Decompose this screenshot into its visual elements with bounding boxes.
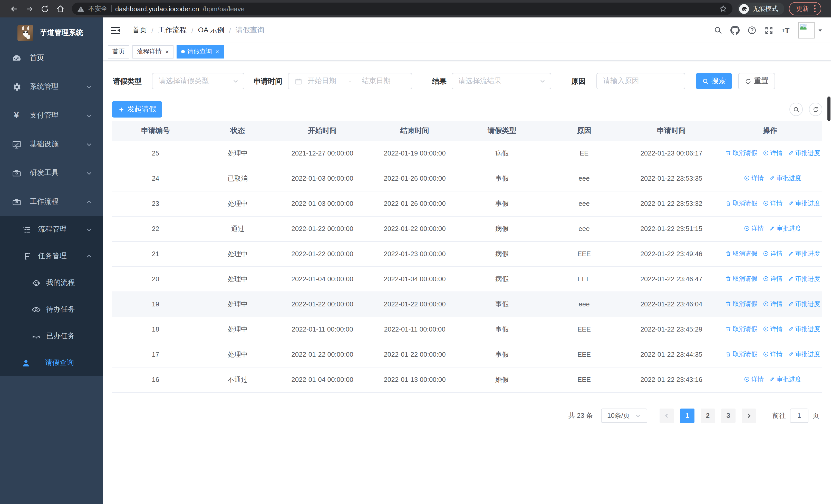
sidebar-item-todo-tasks[interactable]: 待办任务: [0, 296, 103, 323]
approval-progress-link[interactable]: 审批进度: [769, 174, 801, 183]
approval-progress-link[interactable]: 审批进度: [769, 224, 801, 233]
page-size-select[interactable]: 10条/页: [601, 408, 647, 423]
sidebar-item-label: 工作流程: [30, 197, 86, 206]
scrollbar-thumb[interactable]: [827, 96, 830, 121]
browser-reload-button[interactable]: [37, 2, 52, 16]
close-icon[interactable]: ×: [165, 49, 169, 55]
approval-progress-link[interactable]: 审批进度: [787, 149, 820, 157]
page-button-2[interactable]: 2: [700, 408, 715, 423]
next-page-button[interactable]: [742, 408, 756, 423]
sidebar-item-payment[interactable]: ¥ 支付管理: [0, 101, 103, 130]
approval-progress-link[interactable]: 审批进度: [769, 375, 801, 384]
reset-button[interactable]: 重置: [738, 73, 775, 89]
approval-progress-link[interactable]: 审批进度: [787, 249, 820, 258]
detail-link[interactable]: 详情: [763, 325, 782, 334]
table-row: 22通过2022-01-22 00:00:002022-01-22 00:00:…: [112, 216, 822, 241]
reason-input[interactable]: 请输入原因: [596, 73, 685, 89]
show-search-toggle-button[interactable]: [790, 102, 803, 116]
bookmark-star-icon[interactable]: [719, 5, 727, 13]
column-header-end-time: 结束时间: [369, 121, 461, 141]
breadcrumb-item[interactable]: 工作流程: [158, 26, 187, 35]
leave-type-select[interactable]: 请选择请假类型: [152, 73, 244, 89]
cancel-leave-link[interactable]: 取消请假: [725, 199, 757, 208]
url-host: dashboard.yudao.iocoder.cn: [115, 5, 199, 12]
avatar-caret-down-icon[interactable]: [818, 28, 823, 33]
tab-home[interactable]: 首页: [108, 45, 130, 58]
approval-progress-link[interactable]: 审批进度: [787, 325, 820, 334]
browser-back-button[interactable]: [6, 2, 22, 16]
browser-menu-kebab-icon[interactable]: [813, 5, 816, 13]
end-date-placeholder: 结束日期: [356, 77, 391, 86]
detail-link[interactable]: 详情: [763, 274, 782, 283]
table-header-row: 申请编号 状态 开始时间 结束时间 请假类型 原因 申请时间 操作: [112, 121, 822, 141]
sidebar-item-process-management[interactable]: 流程管理: [0, 216, 103, 243]
apply-time-range-picker[interactable]: 开始日期 - 结束日期: [288, 73, 412, 89]
tab-process-detail[interactable]: 流程详情 ×: [133, 45, 173, 58]
browser-home-button[interactable]: [52, 2, 68, 16]
sidebar-item-task-management[interactable]: 任务管理: [0, 243, 103, 269]
page-button-3[interactable]: 3: [721, 408, 736, 423]
approval-progress-link[interactable]: 审批进度: [787, 199, 820, 208]
sidebar-item-label: 待办任务: [46, 305, 103, 314]
sidebar-item-infrastructure[interactable]: 基础设施: [0, 130, 103, 158]
approval-progress-link[interactable]: 审批进度: [787, 274, 820, 283]
cancel-leave-link[interactable]: 取消请假: [725, 249, 757, 258]
refresh-table-button[interactable]: [809, 102, 822, 116]
user-avatar[interactable]: [798, 22, 814, 38]
sidebar-item-dev-tools[interactable]: 研发工具: [0, 158, 103, 187]
cell-leave-type: 婚假: [461, 367, 543, 392]
github-link[interactable]: [726, 23, 743, 37]
create-leave-button[interactable]: 发起请假: [112, 101, 162, 118]
yen-icon: ¥: [10, 109, 23, 122]
detail-link[interactable]: 详情: [763, 350, 782, 359]
close-icon[interactable]: ×: [216, 49, 219, 55]
sidebar-item-my-process[interactable]: 我的流程: [0, 269, 103, 296]
page-button-1[interactable]: 1: [680, 408, 694, 423]
fullscreen-button[interactable]: [760, 23, 777, 37]
result-select[interactable]: 请选择流结果: [452, 73, 551, 89]
cancel-leave-link[interactable]: 取消请假: [725, 274, 757, 283]
sidebar-item-leave-query[interactable]: 请假查询: [0, 350, 103, 376]
sidebar-item-done-tasks[interactable]: 已办任务: [0, 323, 103, 350]
app-logo[interactable]: 芋道管理系统: [0, 18, 103, 43]
approval-progress-link[interactable]: 审批进度: [787, 350, 820, 359]
tab-label: 首页: [112, 47, 125, 56]
cell-apply-id: 22: [112, 216, 199, 241]
detail-link[interactable]: 详情: [744, 375, 764, 384]
cell-start-time: 2022-01-22 00:00:00: [276, 216, 369, 241]
address-bar[interactable]: 不安全 dashboard.yudao.iocoder.cn/bpm/oa/le…: [72, 3, 733, 15]
cancel-leave-link[interactable]: 取消请假: [725, 300, 757, 308]
detail-link[interactable]: 详情: [763, 149, 782, 157]
detail-link[interactable]: 详情: [763, 300, 782, 308]
table-row: 21处理中2022-01-22 00:00:002022-01-23 00:00…: [112, 241, 822, 266]
browser-update-button[interactable]: 更新: [789, 2, 821, 16]
breadcrumb-item[interactable]: 首页: [133, 26, 147, 35]
sidebar-item-workflow[interactable]: 工作流程: [0, 187, 103, 216]
approval-progress-link[interactable]: 审批进度: [787, 300, 820, 308]
font-size-button[interactable]: TT: [777, 23, 794, 37]
browser-forward-button[interactable]: [22, 2, 37, 16]
tab-leave-query[interactable]: 请假查询 ×: [177, 45, 224, 58]
detail-link[interactable]: 详情: [763, 249, 782, 258]
detail-link[interactable]: 详情: [744, 224, 764, 233]
sidebar-collapse-button[interactable]: [107, 25, 124, 35]
header-search-button[interactable]: [709, 23, 726, 37]
cancel-leave-link[interactable]: 取消请假: [725, 350, 757, 359]
cell-start-time: 2022-01-03 00:00:00: [276, 166, 369, 191]
detail-link[interactable]: 详情: [744, 174, 764, 183]
cell-apply-time: 2022-01-23 00:06:17: [625, 141, 718, 166]
sidebar-item-home[interactable]: 首页: [0, 43, 103, 72]
help-button[interactable]: [743, 23, 760, 37]
chevron-down-icon: [232, 78, 239, 84]
cancel-leave-link[interactable]: 取消请假: [725, 325, 757, 334]
cell-apply-time: 2022-01-22 23:45:29: [625, 317, 718, 342]
detail-link[interactable]: 详情: [763, 199, 782, 208]
breadcrumb-item[interactable]: OA 示例: [198, 26, 225, 35]
prev-page-button[interactable]: [660, 408, 674, 423]
cancel-leave-link[interactable]: 取消请假: [725, 149, 757, 157]
cell-end-time: 2022-01-13 00:00:00: [369, 367, 461, 392]
search-button[interactable]: 搜索: [696, 73, 732, 89]
cell-start-time: 2022-01-22 00:00:00: [276, 241, 369, 266]
sidebar-item-system[interactable]: 系统管理: [0, 72, 103, 101]
goto-page-input[interactable]: 1: [790, 408, 808, 423]
